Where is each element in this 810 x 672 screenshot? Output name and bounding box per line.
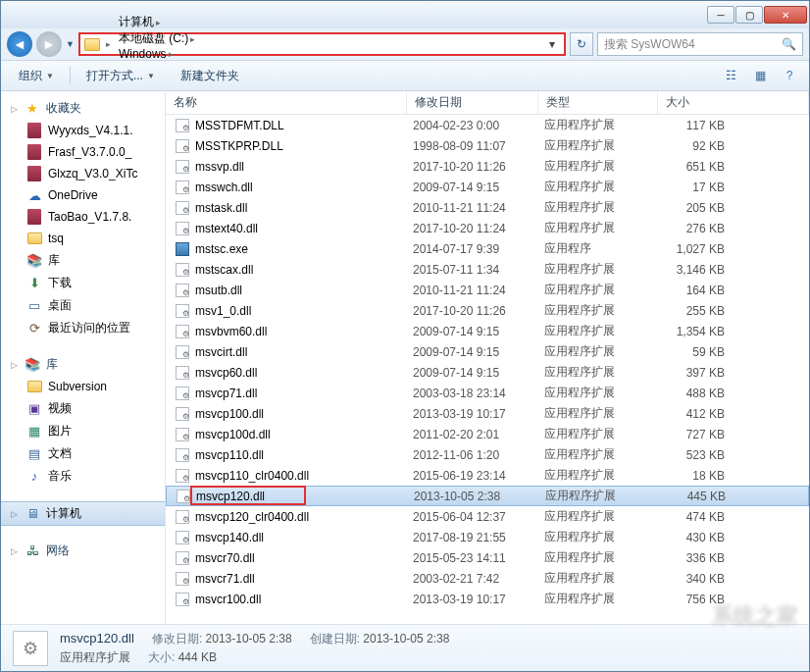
file-row[interactable]: mstask.dll2010-11-21 11:24应用程序扩展205 KB bbox=[166, 197, 809, 218]
sidebar-item[interactable]: ☁OneDrive bbox=[1, 184, 165, 206]
sidebar-item[interactable]: ⟳最近访问的位置 bbox=[1, 317, 165, 339]
file-row[interactable]: msvbvm60.dll2009-07-14 9:15应用程序扩展1,354 K… bbox=[166, 321, 809, 341]
address-dropdown-icon[interactable]: ▾ bbox=[544, 37, 560, 51]
file-type: 应用程序扩展 bbox=[544, 591, 664, 607]
file-row[interactable]: mssvp.dll2017-10-20 11:26应用程序扩展651 KB bbox=[166, 156, 809, 177]
file-row[interactable]: MSSTDFMT.DLL2004-02-23 0:00应用程序扩展117 KB bbox=[166, 115, 809, 135]
sidebar-item[interactable]: 📚库 bbox=[1, 249, 165, 272]
sidebar-item[interactable]: Subversion bbox=[1, 376, 165, 397]
details-pane: ⚙ msvcp120.dll 修改日期: 2013-10-05 2:38 创建日… bbox=[1, 624, 809, 671]
sidebar-head-收藏夹[interactable]: ▷★收藏夹 bbox=[1, 97, 165, 120]
sidebar-item[interactable]: TaoBao_V1.7.8. bbox=[1, 206, 165, 228]
col-type[interactable]: 类型 bbox=[538, 91, 658, 114]
breadcrumb-计算机[interactable]: 计算机 ▸ bbox=[117, 14, 197, 30]
file-icon bbox=[174, 550, 191, 566]
file-list[interactable]: MSSTDFMT.DLL2004-02-23 0:00应用程序扩展117 KBM… bbox=[166, 115, 809, 624]
sidebar-item[interactable]: ▤文档 bbox=[1, 442, 165, 465]
file-row[interactable]: msutb.dll2010-11-21 11:24应用程序扩展164 KB bbox=[166, 280, 809, 300]
file-row[interactable]: msvcp100.dll2013-03-19 10:17应用程序扩展412 KB bbox=[166, 403, 809, 424]
file-row[interactable]: msvcp60.dll2009-07-14 9:15应用程序扩展397 KB bbox=[166, 362, 809, 383]
file-icon bbox=[174, 200, 191, 216]
file-row[interactable]: msvcr70.dll2015-05-23 14:11应用程序扩展336 KB bbox=[166, 547, 809, 568]
sidebar-item[interactable]: ▦图片 bbox=[1, 420, 165, 442]
file-name: mstask.dll bbox=[191, 201, 413, 215]
file-name: msvcr100.dll bbox=[191, 593, 413, 606]
address-bar[interactable]: ▸ 计算机 ▸本地磁盘 (C:) ▸Windows ▸SysWOW64 ▸ ▾ bbox=[78, 32, 566, 56]
col-name[interactable]: 名称 bbox=[166, 91, 407, 114]
file-row[interactable]: msvcp120_clr0400.dll2015-06-04 12:37应用程序… bbox=[166, 506, 809, 527]
maximize-button[interactable]: ▢ bbox=[735, 6, 763, 24]
sidebar-item[interactable]: Frasf_V3.7.0.0_ bbox=[1, 141, 165, 163]
file-row[interactable]: msvcp110.dll2012-11-06 1:20应用程序扩展523 KB bbox=[166, 444, 809, 465]
file-icon bbox=[174, 262, 191, 278]
file-date: 2009-07-14 9:15 bbox=[413, 325, 544, 338]
breadcrumb-Windows[interactable]: Windows ▸ bbox=[117, 47, 197, 61]
file-size: 59 KB bbox=[664, 345, 733, 359]
breadcrumb-本地磁盘 (C:)[interactable]: 本地磁盘 (C:) ▸ bbox=[117, 30, 197, 47]
file-name: msvcp60.dll bbox=[191, 366, 413, 380]
toolbar: 组织▼ 打开方式...▼ 新建文件夹 ☷ ▦ ? bbox=[1, 60, 809, 91]
sidebar-item[interactable]: ⬇下载 bbox=[1, 272, 165, 294]
organize-button[interactable]: 组织▼ bbox=[9, 64, 64, 88]
file-date: 2015-06-19 23:14 bbox=[413, 469, 544, 483]
file-row[interactable]: msvcr71.dll2003-02-21 7:42应用程序扩展340 KB bbox=[166, 568, 809, 589]
file-row[interactable]: MSSTKPRP.DLL1998-08-09 11:07应用程序扩展92 KB bbox=[166, 135, 809, 156]
file-row[interactable]: msvcp100d.dll2011-02-20 2:01应用程序扩展727 KB bbox=[166, 424, 809, 444]
back-button[interactable]: ◄ bbox=[7, 31, 32, 57]
file-name: msvcr71.dll bbox=[191, 572, 413, 586]
file-name: msvcr70.dll bbox=[191, 551, 413, 565]
refresh-button[interactable]: ↻ bbox=[570, 32, 593, 56]
breadcrumb-sep[interactable]: ▸ bbox=[104, 39, 113, 49]
file-row[interactable]: msvcp140.dll2017-08-19 21:55应用程序扩展430 KB bbox=[166, 527, 809, 547]
sidebar-item[interactable]: ▣视频 bbox=[1, 397, 165, 420]
file-icon bbox=[174, 406, 191, 422]
file-size: 727 KB bbox=[664, 428, 733, 441]
file-date: 1998-08-09 11:07 bbox=[413, 139, 544, 153]
file-type: 应用程序扩展 bbox=[545, 488, 665, 504]
file-row[interactable]: mstext40.dll2017-10-20 11:24应用程序扩展276 KB bbox=[166, 218, 809, 238]
col-date[interactable]: 修改日期 bbox=[407, 91, 538, 114]
file-row[interactable]: msvcp110_clr0400.dll2015-06-19 23:14应用程序… bbox=[166, 465, 809, 486]
view-options-icon[interactable]: ☷ bbox=[719, 65, 742, 86]
file-size: 336 KB bbox=[664, 551, 733, 565]
file-type: 应用程序扩展 bbox=[544, 405, 664, 422]
history-dropdown-icon[interactable]: ▼ bbox=[66, 39, 75, 49]
new-folder-button[interactable]: 新建文件夹 bbox=[171, 64, 249, 88]
file-row[interactable]: mstscax.dll2015-07-11 1:34应用程序扩展3,146 KB bbox=[166, 259, 809, 280]
minimize-button[interactable]: ─ bbox=[707, 6, 734, 24]
sidebar-computer[interactable]: ▷🖥计算机 bbox=[1, 501, 165, 526]
search-placeholder: 搜索 SysWOW64 bbox=[604, 36, 695, 53]
file-row[interactable]: msvcp71.dll2003-03-18 23:14应用程序扩展488 KB bbox=[166, 383, 809, 403]
sidebar-item[interactable]: Glxzq_V3.0_XiTc bbox=[1, 163, 165, 184]
preview-pane-icon[interactable]: ▦ bbox=[748, 65, 772, 86]
search-input[interactable]: 搜索 SysWOW64 🔍 bbox=[597, 32, 803, 56]
sidebar-item[interactable]: tsq bbox=[1, 228, 165, 249]
file-type: 应用程序扩展 bbox=[544, 117, 664, 133]
file-date: 2015-07-11 1:34 bbox=[413, 263, 544, 277]
file-row[interactable]: msswch.dll2009-07-14 9:15应用程序扩展17 KB bbox=[166, 177, 809, 197]
sidebar-item[interactable]: ♪音乐 bbox=[1, 465, 165, 488]
file-name: msutb.dll bbox=[191, 284, 413, 297]
file-icon bbox=[174, 180, 191, 195]
close-button[interactable]: ✕ bbox=[764, 6, 807, 24]
file-icon bbox=[174, 427, 191, 442]
file-row[interactable]: msvcr100.dll2013-03-19 10:17应用程序扩展756 KB bbox=[166, 589, 809, 609]
file-date: 2011-02-20 2:01 bbox=[413, 428, 544, 441]
file-name: msvcp140.dll bbox=[191, 531, 413, 544]
file-row[interactable]: msvcp120.dll2013-10-05 2:38应用程序扩展445 KB bbox=[166, 486, 809, 506]
col-size[interactable]: 大小 bbox=[658, 91, 809, 114]
open-with-button[interactable]: 打开方式...▼ bbox=[76, 64, 165, 88]
sidebar-item[interactable]: ▭桌面 bbox=[1, 294, 165, 317]
sidebar-item[interactable]: Wyyxds_V4.1.1. bbox=[1, 120, 165, 141]
forward-button[interactable]: ► bbox=[36, 31, 62, 57]
sidebar-head-库[interactable]: ▷📚库 bbox=[1, 353, 165, 376]
file-icon bbox=[174, 386, 191, 401]
sidebar-network[interactable]: ▷🖧网络 bbox=[1, 540, 165, 562]
file-row[interactable]: mstsc.exe2014-07-17 9:39应用程序1,027 KB bbox=[166, 238, 809, 259]
details-file-icon: ⚙ bbox=[13, 631, 48, 666]
file-row[interactable]: msvcirt.dll2009-07-14 9:15应用程序扩展59 KB bbox=[166, 341, 809, 362]
file-row[interactable]: msv1_0.dll2017-10-20 11:26应用程序扩展255 KB bbox=[166, 300, 809, 321]
help-icon[interactable]: ? bbox=[778, 65, 801, 86]
file-size: 756 KB bbox=[664, 593, 733, 606]
file-date: 2013-03-19 10:17 bbox=[413, 593, 544, 606]
